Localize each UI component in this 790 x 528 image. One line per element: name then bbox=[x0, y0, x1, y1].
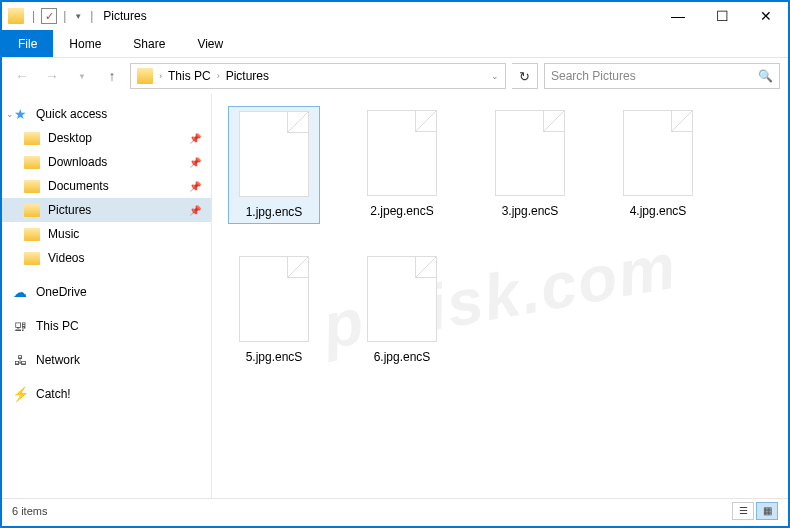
body-area: ⌄ ★ Quick access Desktop 📌 Downloads 📌 D… bbox=[2, 94, 788, 498]
folder-icon bbox=[24, 178, 40, 194]
content-area[interactable]: pcrisk.com 1.jpg.encS 2.jpeg.encS 3.jpg.… bbox=[212, 94, 788, 498]
sidebar-item-label: Desktop bbox=[48, 131, 92, 145]
up-button[interactable]: ↑ bbox=[100, 64, 124, 88]
file-icon bbox=[239, 256, 309, 342]
sidebar-label: Network bbox=[36, 353, 80, 367]
expand-caret-icon[interactable]: ⌄ bbox=[6, 109, 14, 119]
file-icon bbox=[239, 111, 309, 197]
sidebar-item-label: Pictures bbox=[48, 203, 91, 217]
qat-checkbox-icon[interactable]: ✓ bbox=[41, 8, 57, 24]
file-item[interactable]: 4.jpg.encS bbox=[612, 106, 704, 224]
sidebar-thispc[interactable]: 🖳 This PC bbox=[2, 314, 211, 338]
folder-icon bbox=[24, 250, 40, 266]
folder-icon bbox=[24, 202, 40, 218]
folder-icon bbox=[24, 130, 40, 146]
pin-icon: 📌 bbox=[189, 157, 201, 168]
chevron-down-icon[interactable]: ⌄ bbox=[491, 71, 499, 81]
sidebar-item-pictures[interactable]: Pictures 📌 bbox=[2, 198, 211, 222]
search-placeholder: Search Pictures bbox=[551, 69, 636, 83]
close-button[interactable]: ✕ bbox=[744, 2, 788, 30]
breadcrumb-root[interactable]: This PC bbox=[168, 69, 211, 83]
pc-icon: 🖳 bbox=[12, 318, 28, 334]
file-label: 4.jpg.encS bbox=[630, 204, 687, 218]
navbar: ← → ▼ ↑ › This PC › Pictures ⌄ ↻ Search … bbox=[2, 58, 788, 94]
maximize-button[interactable]: ☐ bbox=[700, 2, 744, 30]
file-icon bbox=[367, 256, 437, 342]
pin-icon: 📌 bbox=[189, 133, 201, 144]
sidebar-label: Catch! bbox=[36, 387, 71, 401]
file-item[interactable]: 5.jpg.encS bbox=[228, 252, 320, 368]
folder-icon bbox=[137, 68, 153, 84]
address-bar[interactable]: › This PC › Pictures ⌄ bbox=[130, 63, 506, 89]
search-input[interactable]: Search Pictures 🔍 bbox=[544, 63, 780, 89]
file-item[interactable]: 1.jpg.encS bbox=[228, 106, 320, 224]
file-label: 3.jpg.encS bbox=[502, 204, 559, 218]
chevron-right-icon: › bbox=[217, 71, 220, 81]
sidebar-item-music[interactable]: Music bbox=[2, 222, 211, 246]
window-title: Pictures bbox=[103, 9, 146, 23]
file-item[interactable]: 3.jpg.encS bbox=[484, 106, 576, 224]
sidebar-label: OneDrive bbox=[36, 285, 87, 299]
forward-button[interactable]: → bbox=[40, 64, 64, 88]
sidebar-item-downloads[interactable]: Downloads 📌 bbox=[2, 150, 211, 174]
sidebar-item-desktop[interactable]: Desktop 📌 bbox=[2, 126, 211, 150]
sidebar-item-label: Downloads bbox=[48, 155, 107, 169]
file-item[interactable]: 6.jpg.encS bbox=[356, 252, 448, 368]
separator: | bbox=[63, 9, 66, 23]
view-details-button[interactable]: ☰ bbox=[732, 502, 754, 520]
sidebar-quick-access[interactable]: ⌄ ★ Quick access bbox=[2, 102, 211, 126]
folder-mini-icon bbox=[8, 8, 24, 24]
tab-view[interactable]: View bbox=[181, 30, 239, 57]
sidebar-item-label: Music bbox=[48, 227, 79, 241]
file-label: 5.jpg.encS bbox=[246, 350, 303, 364]
sidebar-item-documents[interactable]: Documents 📌 bbox=[2, 174, 211, 198]
sidebar: ⌄ ★ Quick access Desktop 📌 Downloads 📌 D… bbox=[2, 94, 212, 498]
sidebar-item-label: Videos bbox=[48, 251, 84, 265]
file-menu-button[interactable]: File bbox=[2, 30, 53, 57]
back-button[interactable]: ← bbox=[10, 64, 34, 88]
sidebar-network[interactable]: 🖧 Network bbox=[2, 348, 211, 372]
qat-dropdown-icon[interactable]: ▼ bbox=[74, 12, 82, 21]
ribbon: File Home Share View bbox=[2, 30, 788, 58]
star-icon: ★ bbox=[12, 106, 28, 122]
view-large-icons-button[interactable]: ▦ bbox=[756, 502, 778, 520]
recent-dropdown[interactable]: ▼ bbox=[70, 64, 94, 88]
sidebar-label: Quick access bbox=[36, 107, 107, 121]
bolt-icon: ⚡ bbox=[12, 386, 28, 402]
pin-icon: 📌 bbox=[189, 205, 201, 216]
file-label: 2.jpeg.encS bbox=[370, 204, 433, 218]
separator: | bbox=[32, 9, 35, 23]
cloud-icon: ☁ bbox=[12, 284, 28, 300]
sidebar-onedrive[interactable]: ☁ OneDrive bbox=[2, 280, 211, 304]
sidebar-item-label: Documents bbox=[48, 179, 109, 193]
search-icon: 🔍 bbox=[758, 69, 773, 83]
item-count: 6 items bbox=[12, 505, 47, 517]
folder-icon bbox=[24, 226, 40, 242]
file-item[interactable]: 2.jpeg.encS bbox=[356, 106, 448, 224]
separator: | bbox=[90, 9, 93, 23]
chevron-right-icon: › bbox=[159, 71, 162, 81]
pin-icon: 📌 bbox=[189, 181, 201, 192]
file-icon bbox=[367, 110, 437, 196]
breadcrumb-current[interactable]: Pictures bbox=[226, 69, 269, 83]
statusbar: 6 items ☰ ▦ bbox=[2, 498, 788, 522]
tab-home[interactable]: Home bbox=[53, 30, 117, 57]
sidebar-catch[interactable]: ⚡ Catch! bbox=[2, 382, 211, 406]
refresh-button[interactable]: ↻ bbox=[512, 63, 538, 89]
network-icon: 🖧 bbox=[12, 352, 28, 368]
titlebar: | ✓ | ▼ | Pictures — ☐ ✕ bbox=[2, 2, 788, 30]
file-icon bbox=[623, 110, 693, 196]
tab-share[interactable]: Share bbox=[117, 30, 181, 57]
file-icon bbox=[495, 110, 565, 196]
folder-icon bbox=[24, 154, 40, 170]
file-label: 1.jpg.encS bbox=[246, 205, 303, 219]
minimize-button[interactable]: — bbox=[656, 2, 700, 30]
file-label: 6.jpg.encS bbox=[374, 350, 431, 364]
sidebar-label: This PC bbox=[36, 319, 79, 333]
sidebar-item-videos[interactable]: Videos bbox=[2, 246, 211, 270]
